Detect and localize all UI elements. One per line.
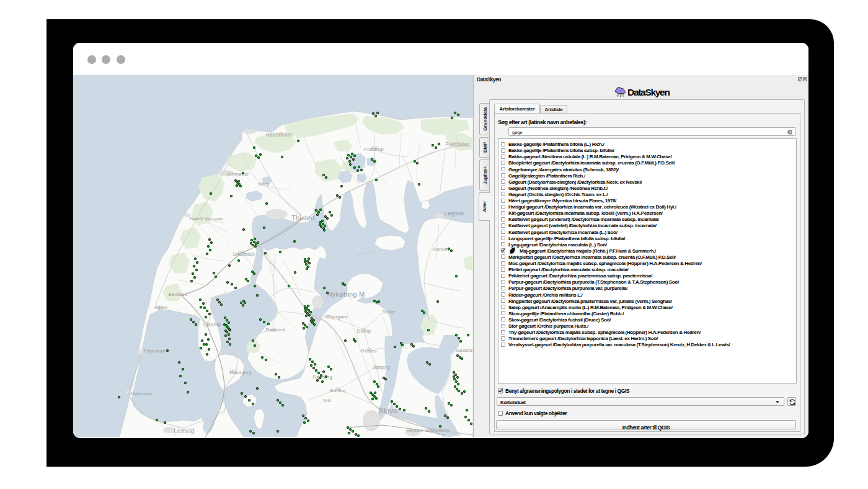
svg-text:Durup: Durup <box>357 328 371 334</box>
svg-text:Thyborøn: Thyborøn <box>143 348 166 354</box>
svg-text:Gedsted: Gedsted <box>456 348 473 353</box>
svg-text:Fjerritslev: Fjerritslev <box>445 141 470 147</box>
svg-text:Lemvig: Lemvig <box>174 428 194 434</box>
svg-text:Agger: Agger <box>154 305 168 310</box>
svg-text:Thisted: Thisted <box>291 214 314 222</box>
svg-text:Jebjerg: Jebjerg <box>373 364 390 370</box>
svg-text:Frøstrup: Frøstrup <box>364 146 384 152</box>
svg-text:Hvidbjerg: Hvidbjerg <box>229 370 252 375</box>
svg-text:Roslev: Roslev <box>361 348 377 354</box>
svg-text:Nørre Vorupør: Nørre Vorupør <box>190 216 223 222</box>
svg-text:Ranum: Ranum <box>433 246 450 252</box>
svg-text:Klitmøller: Klitmøller <box>227 171 249 177</box>
svg-text:Selde: Selde <box>382 309 396 315</box>
svg-text:Nors: Nors <box>258 181 269 187</box>
svg-text:Hurup: Hurup <box>207 321 221 327</box>
svg-text:Nykøbing M: Nykøbing M <box>327 290 365 298</box>
svg-text:Harboøre: Harboøre <box>131 391 153 397</box>
svg-text:Glyngøre: Glyngøre <box>327 314 348 320</box>
svg-text:Balling: Balling <box>330 388 345 393</box>
svg-text:Hanstholm: Hanstholm <box>266 132 292 138</box>
svg-text:Snedsted: Snedsted <box>232 251 254 257</box>
svg-text:Højslev Stationsby: Højslev Stationsby <box>406 428 450 433</box>
svg-text:Løgstør: Løgstør <box>445 210 464 217</box>
svg-text:Skive: Skive <box>378 406 398 415</box>
svg-text:Vrå: Vrå <box>323 398 331 403</box>
svg-text:Bedsted: Bedsted <box>169 292 188 297</box>
svg-text:Redsted: Redsted <box>265 327 285 333</box>
